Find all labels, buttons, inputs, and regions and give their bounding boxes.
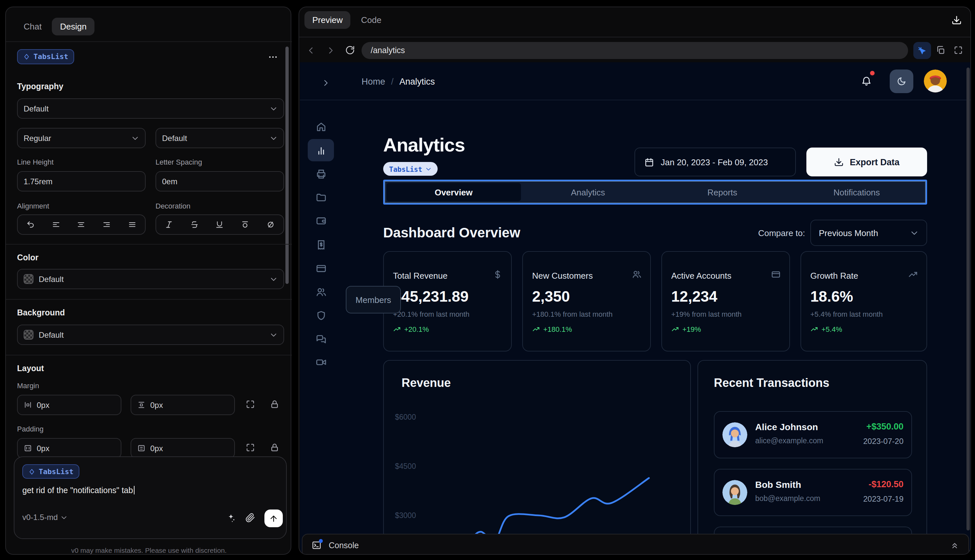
- composer-chip[interactable]: TabsList: [22, 464, 79, 479]
- tab-design[interactable]: Design: [52, 17, 95, 35]
- preview-scrollbar[interactable]: [967, 68, 970, 530]
- tab-overview[interactable]: Overview: [386, 183, 521, 201]
- lock-padding-icon[interactable]: [270, 443, 279, 452]
- fullscreen-icon[interactable]: [953, 45, 963, 55]
- decoration-label: Decoration: [155, 202, 190, 210]
- overline-icon[interactable]: [241, 220, 250, 229]
- avatar[interactable]: [924, 70, 947, 92]
- transaction-row[interactable]: Bob Smith bob@example.com -$120.50 2023-…: [714, 469, 912, 516]
- members-tooltip: Members: [346, 286, 401, 313]
- chevron-down-icon: [425, 165, 431, 172]
- margin-y-input[interactable]: 0px: [130, 395, 235, 415]
- url-text: /analytics: [371, 46, 405, 55]
- selected-component-chip[interactable]: TabsList: [383, 162, 437, 176]
- lock-margin-icon[interactable]: [270, 399, 279, 409]
- chat-composer[interactable]: TabsList get rid of the "notifications" …: [14, 457, 287, 539]
- credit-card-icon[interactable]: [316, 263, 327, 274]
- background-select[interactable]: Default: [17, 325, 284, 345]
- home-icon[interactable]: [316, 121, 327, 132]
- sparkles-icon[interactable]: [226, 513, 236, 523]
- bell-icon[interactable]: [861, 75, 872, 87]
- tab-notifications[interactable]: Notifications: [790, 183, 924, 201]
- letter-spacing-input[interactable]: 0em: [155, 171, 284, 192]
- breadcrumb-home[interactable]: Home: [362, 77, 385, 87]
- composer-input[interactable]: get rid of the "notifications" tab: [22, 486, 278, 495]
- panel-scrollbar[interactable]: [285, 47, 289, 284]
- no-decoration-icon[interactable]: [266, 220, 275, 229]
- forward-icon[interactable]: [326, 46, 335, 55]
- printer-icon[interactable]: [316, 168, 327, 180]
- bar-chart-icon[interactable]: [316, 145, 327, 156]
- color-title: Color: [17, 253, 38, 262]
- theme-toggle-button[interactable]: [890, 70, 913, 93]
- inspect-mode-button[interactable]: [913, 42, 931, 59]
- trending-up-icon: [532, 325, 540, 333]
- underline-icon[interactable]: [215, 220, 224, 229]
- download-icon[interactable]: [952, 15, 962, 25]
- preview-viewport: Home / Analytics: [300, 62, 971, 555]
- selected-element-badge[interactable]: TabsList: [17, 49, 74, 64]
- preview-panel: Preview Code /analytics Home / Analytics: [299, 7, 971, 555]
- arrow-up-icon: [269, 514, 278, 523]
- font-weight-select[interactable]: Regular: [17, 128, 146, 148]
- font-select[interactable]: Default: [17, 98, 284, 119]
- transactions-title: Recent Transactions: [714, 377, 829, 390]
- pointer-icon: [917, 45, 927, 55]
- messages-icon[interactable]: [316, 334, 327, 345]
- padding-x-input[interactable]: 0px: [17, 438, 121, 458]
- stat-change: +20.1% from last month: [393, 310, 469, 318]
- preview-tab-bar: Preview Code: [304, 11, 387, 29]
- align-right-icon[interactable]: [103, 220, 111, 229]
- url-bar[interactable]: /analytics: [362, 42, 908, 59]
- chevrons-up-icon[interactable]: [950, 541, 959, 550]
- align-left-icon[interactable]: [52, 220, 60, 229]
- console-label: Console: [329, 541, 359, 550]
- padding-label: Padding: [17, 425, 43, 433]
- margin-x-input[interactable]: 0px: [17, 395, 121, 415]
- shield-icon[interactable]: [316, 310, 327, 321]
- compare-select[interactable]: Previous Month: [810, 220, 927, 246]
- expand-padding-icon[interactable]: [245, 443, 255, 452]
- refresh-icon[interactable]: [345, 45, 355, 55]
- align-center-icon[interactable]: [77, 220, 86, 229]
- wallet-icon[interactable]: [316, 215, 327, 226]
- app-root: Chat Design TabsList Typography Default …: [0, 0, 975, 560]
- export-data-button[interactable]: Export Data: [806, 148, 927, 177]
- sidebar-toggle-icon[interactable]: [322, 79, 330, 87]
- stat-value: $45,231.89: [393, 288, 469, 305]
- tab-reports[interactable]: Reports: [655, 183, 790, 201]
- paperclip-icon[interactable]: [245, 513, 255, 523]
- avatar: [722, 422, 747, 447]
- padding-y-input[interactable]: 0px: [130, 438, 235, 458]
- tab-chat[interactable]: Chat: [17, 17, 48, 35]
- date-range-button[interactable]: Jan 20, 2023 - Feb 09, 2023: [634, 148, 796, 177]
- transaction-amount: -$120.50: [868, 479, 903, 489]
- transaction-row[interactable]: Alice Johnson alice@example.com +$350.00…: [714, 411, 912, 458]
- tab-code[interactable]: Code: [356, 11, 387, 29]
- folder-icon[interactable]: [316, 192, 327, 203]
- stat-trend: +20.1%: [393, 325, 429, 333]
- strikethrough-icon[interactable]: [190, 220, 199, 229]
- revenue-line-chart: [384, 361, 691, 555]
- tab-analytics[interactable]: Analytics: [521, 183, 656, 201]
- users-icon[interactable]: [316, 287, 327, 298]
- tab-preview[interactable]: Preview: [304, 11, 351, 29]
- video-icon[interactable]: [316, 357, 327, 368]
- expand-margin-icon[interactable]: [245, 399, 255, 409]
- undo-icon[interactable]: [26, 220, 35, 229]
- send-button[interactable]: [264, 510, 283, 527]
- calendar-icon: [644, 157, 654, 167]
- copy-icon[interactable]: [936, 45, 945, 55]
- back-icon[interactable]: [306, 46, 316, 55]
- model-selector[interactable]: v0-1.5-md: [22, 513, 68, 522]
- receipt-icon[interactable]: [316, 239, 327, 250]
- text-caret: [134, 486, 134, 495]
- line-height-input[interactable]: 1.75rem: [17, 171, 146, 192]
- italic-icon[interactable]: [165, 220, 173, 229]
- console-bar[interactable]: Console: [302, 534, 969, 555]
- align-justify-icon[interactable]: [128, 220, 137, 229]
- ellipsis-menu-icon[interactable]: [268, 52, 278, 62]
- color-select[interactable]: Default: [17, 269, 284, 289]
- margin-label: Margin: [17, 382, 39, 390]
- font-size-select[interactable]: Default: [155, 128, 284, 148]
